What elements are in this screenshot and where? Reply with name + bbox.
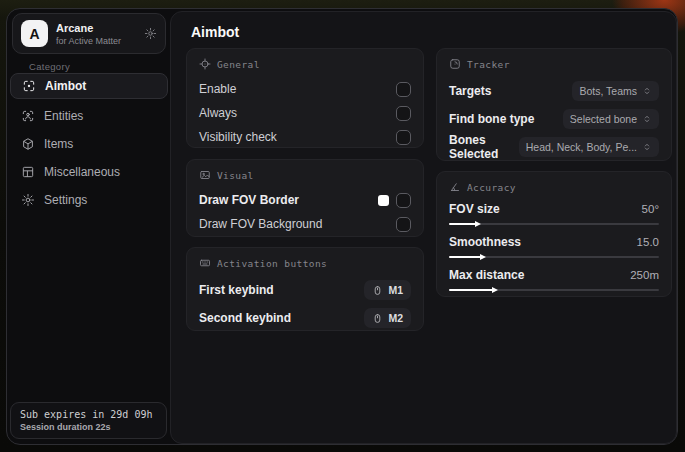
setting-label: Enable (199, 82, 236, 96)
setting-row-first-keybind: First keybind M1 (199, 277, 411, 303)
sub-expires-text: Sub expires in 29d 09h (20, 409, 157, 420)
setting-label: Second keybind (199, 311, 291, 325)
smoothness-slider[interactable] (449, 256, 659, 258)
dropdown-value: Head, Neck, Body, Pe... (526, 141, 637, 153)
setting-label: Draw FOV Border (199, 193, 299, 207)
bones-selected-dropdown[interactable]: Head, Neck, Body, Pe... (519, 137, 659, 157)
slider-thumb[interactable] (480, 254, 486, 260)
sidebar-item-label: Entities (44, 109, 83, 123)
dropdown-value: Bots, Teams (579, 85, 637, 97)
fov-background-checkbox[interactable] (396, 217, 411, 232)
slider-group-smoothness: Smoothness 15.0 (449, 234, 659, 258)
panel-visual: Visual Draw FOV Border Draw FOV Backgrou… (186, 159, 424, 237)
setting-row-bones-selected: Bones Selected Head, Neck, Body, Pe... (449, 134, 659, 160)
fov-size-slider[interactable] (449, 223, 659, 225)
sidebar-item-settings[interactable]: Settings (10, 188, 168, 212)
visibility-check-checkbox[interactable] (396, 130, 411, 145)
main-content: Aimbot General Enable Always (170, 11, 677, 444)
setting-label: First keybind (199, 283, 274, 297)
slider-group-fov-size: FOV size 50° (449, 201, 659, 225)
slider-thumb[interactable] (475, 221, 481, 227)
radar-icon (449, 58, 461, 70)
person-scan-icon (21, 109, 35, 123)
session-duration-text: Session duration 22s (20, 422, 157, 432)
app-name: Arcane (56, 22, 136, 34)
panel-title: Visual (217, 170, 254, 181)
setting-label: Smoothness (449, 235, 521, 249)
sidebar-item-label: Settings (44, 193, 87, 207)
sidebar-item-label: Items (44, 137, 73, 151)
sidebar-item-label: Aimbot (45, 79, 86, 93)
app-logo: A (21, 20, 48, 47)
angle-icon (449, 181, 461, 193)
slider-group-max-distance: Max distance 250m (449, 267, 659, 291)
subscription-info: Sub expires in 29d 09h Session duration … (10, 402, 167, 439)
setting-label: Bones Selected (449, 133, 519, 161)
setting-row-find-bone-type: Find bone type Selected bone (449, 106, 659, 132)
setting-label: Draw FOV Background (199, 217, 322, 231)
mouse-icon (372, 285, 383, 296)
setting-label: Visibility check (199, 130, 277, 144)
sidebar-item-entities[interactable]: Entities (10, 104, 168, 128)
keybind-value: M1 (388, 284, 403, 296)
image-icon (199, 169, 211, 181)
setting-label: Targets (449, 84, 491, 98)
max-distance-slider[interactable] (449, 289, 659, 291)
slider-value: 50° (642, 203, 659, 215)
unfold-icon (642, 114, 652, 124)
app-subtitle: for Active Matter (56, 36, 136, 46)
sidebar-item-aimbot[interactable]: Aimbot (10, 73, 168, 99)
enable-checkbox[interactable] (396, 82, 411, 97)
setting-row-fov-border: Draw FOV Border (199, 189, 411, 211)
panel-activation-buttons: Activation buttons First keybind M1 Seco… (186, 247, 424, 331)
category-label: Category (29, 61, 70, 72)
mouse-icon (372, 313, 383, 324)
setting-row-targets: Targets Bots, Teams (449, 78, 659, 104)
page-title: Aimbot (191, 24, 239, 40)
keybind-value: M2 (388, 312, 403, 324)
sidebar-item-miscellaneous[interactable]: Miscellaneous (10, 160, 168, 184)
app-header: A Arcane for Active Matter (12, 13, 166, 54)
grid-icon (21, 165, 35, 179)
app-window: A Arcane for Active Matter Category Aimb… (6, 8, 678, 445)
slider-value: 250m (630, 269, 659, 281)
targets-dropdown[interactable]: Bots, Teams (572, 81, 659, 101)
slider-value: 15.0 (637, 236, 659, 248)
setting-label: Max distance (449, 268, 524, 282)
panel-accuracy: Accuracy FOV size 50° Smoothness 15.0 (436, 171, 672, 297)
gear-icon[interactable] (144, 27, 157, 40)
app-meta: Arcane for Active Matter (56, 22, 136, 46)
crosshair-scan-icon (22, 79, 36, 93)
keyboard-icon (199, 257, 211, 269)
unfold-icon (642, 86, 652, 96)
gear-icon (21, 193, 35, 207)
setting-label: Always (199, 106, 237, 120)
setting-label: FOV size (449, 202, 500, 216)
fov-border-checkbox[interactable] (396, 193, 411, 208)
panel-title: Tracker (467, 59, 510, 70)
slider-thumb[interactable] (492, 287, 498, 293)
second-keybind-button[interactable]: M2 (364, 308, 411, 328)
dropdown-value: Selected bone (570, 113, 637, 125)
panel-title: Accuracy (467, 182, 516, 193)
panel-tracker: Tracker Targets Bots, Teams Find bone ty… (436, 48, 672, 161)
sidebar-item-label: Miscellaneous (44, 165, 120, 179)
always-checkbox[interactable] (396, 106, 411, 121)
panel-title: Activation buttons (217, 258, 327, 269)
setting-row-enable: Enable (199, 78, 411, 100)
setting-row-always: Always (199, 102, 411, 124)
first-keybind-button[interactable]: M1 (364, 280, 411, 300)
setting-label: Find bone type (449, 112, 534, 126)
color-swatch[interactable] (378, 195, 389, 206)
unfold-icon (642, 142, 652, 152)
sidebar-item-items[interactable]: Items (10, 132, 168, 156)
panel-title: General (217, 59, 260, 70)
setting-row-visibility-check: Visibility check (199, 126, 411, 148)
find-bone-type-dropdown[interactable]: Selected bone (563, 109, 659, 129)
setting-row-second-keybind: Second keybind M2 (199, 305, 411, 331)
cube-icon (21, 137, 35, 151)
crosshair-icon (199, 58, 211, 70)
setting-row-fov-background: Draw FOV Background (199, 213, 411, 235)
panel-general: General Enable Always Visibility check (186, 48, 424, 148)
